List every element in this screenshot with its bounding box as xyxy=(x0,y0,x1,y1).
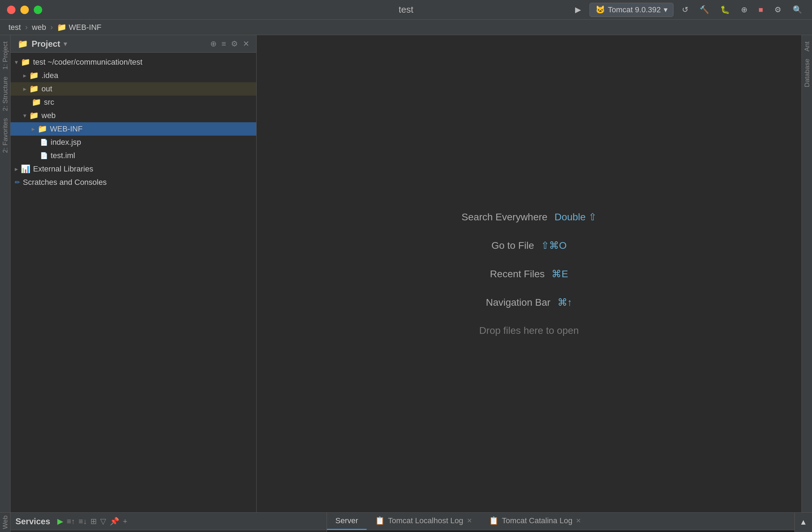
editor-area: Search Everywhere Double ⇧ Go to File ⇧⌘… xyxy=(257,35,801,512)
titlebar: test ▶ 🐱 Tomcat 9.0.392 ▾ ↺ 🔨 🐛 ⊕ ■ ⚙ 🔍 xyxy=(0,0,812,20)
services-title: Services xyxy=(15,517,50,526)
folder-icon: 📁 xyxy=(18,39,28,49)
tree-item-label: index.jsp xyxy=(51,138,81,147)
tomcat-icon: 🐱 xyxy=(595,5,605,14)
chevron-icon: ▸ xyxy=(23,72,26,79)
lib-icon: 📊 xyxy=(21,164,30,174)
shortcut-key: Double ⇧ xyxy=(554,211,597,223)
project-panel: 📁 Project ▾ ⊕ ≡ ⚙ ✕ ▾ 📁 test ~/coder/com… xyxy=(11,35,257,512)
stab-catalina-label: Tomcat Catalina Log xyxy=(502,516,573,525)
services-content: Server 📋 Tomcat Localhost Log ✕ 📋 Tomcat… xyxy=(327,513,794,532)
services-panel: Web Services ▶ ≡↑ ≡↓ ⊞ ▽ 📌 + ▾ 🐱 Tomcat … xyxy=(0,512,812,532)
reload-button[interactable]: ↺ xyxy=(679,4,691,16)
tree-item-test[interactable]: ▾ 📁 test ~/coder/communication/test xyxy=(11,56,256,69)
jsp-icon: 📄 xyxy=(40,138,48,146)
maximize-button[interactable] xyxy=(34,6,42,14)
close-button[interactable] xyxy=(7,6,15,14)
services-filter-button[interactable]: ▽ xyxy=(100,517,106,526)
stop-button[interactable]: ■ xyxy=(756,4,766,16)
folder-icon-blue: 📁 xyxy=(38,124,47,134)
shortcut-key: ⌘E xyxy=(552,268,568,280)
build-button[interactable]: 🔨 xyxy=(697,4,712,16)
settings-button[interactable]: ⚙ xyxy=(772,4,784,16)
services-vtab[interactable]: Web xyxy=(0,513,11,532)
file-tree: ▾ 📁 test ~/coder/communication/test ▸ 📁 … xyxy=(11,53,256,512)
panel-header-actions: ⊕ ≡ ⚙ ✕ xyxy=(210,39,249,48)
services-run-button[interactable]: ▶ xyxy=(57,517,63,526)
chevron-icon: ▸ xyxy=(32,125,35,133)
services-expand-all[interactable]: ≡↓ xyxy=(79,517,87,526)
run-config-label: Tomcat 9.0.392 xyxy=(608,5,660,14)
right-sidebar: Ant Database xyxy=(801,35,812,512)
tree-item-testiml[interactable]: 📄 test.iml xyxy=(11,149,256,162)
shortcut-key: ⌘↑ xyxy=(558,297,572,308)
tree-item-label: test ~/coder/communication/test xyxy=(33,58,142,67)
shortcut-navbar: Navigation Bar ⌘↑ xyxy=(486,297,572,308)
shortcut-label: Navigation Bar xyxy=(486,297,550,308)
scroll-up-button[interactable]: ▲ xyxy=(798,516,809,528)
search-button[interactable]: 🔍 xyxy=(790,4,805,16)
tree-item-label: WEB-INF xyxy=(50,124,83,134)
stab-localhost-label: Tomcat Localhost Log xyxy=(388,516,463,525)
shortcut-goto-file: Go to File ⇧⌘O xyxy=(491,240,567,251)
folder-icon: 📁 xyxy=(29,71,39,80)
tree-item-idea[interactable]: ▸ 📁 .idea xyxy=(11,69,256,82)
tree-item-label: web xyxy=(41,111,56,120)
add-button[interactable]: ⊕ xyxy=(210,39,217,48)
drop-files-text: Drop files here to open xyxy=(479,325,579,336)
chevron-down-icon: ▾ xyxy=(64,40,67,48)
breadcrumb-web[interactable]: web xyxy=(32,23,46,32)
folder-icon: 📁 xyxy=(21,58,30,67)
breadcrumb-test[interactable]: test xyxy=(8,23,21,32)
services-group-button[interactable]: ⊞ xyxy=(90,517,97,526)
tree-item-webinf[interactable]: ▸ 📁 WEB-INF xyxy=(11,122,256,136)
collapse-button[interactable]: ≡ xyxy=(221,39,226,48)
folder-icon: 📁 xyxy=(57,23,66,32)
titlebar-actions: ▶ 🐱 Tomcat 9.0.392 ▾ ↺ 🔨 🐛 ⊕ ■ ⚙ 🔍 xyxy=(572,3,805,17)
folder-icon: 📁 xyxy=(29,111,39,120)
sidebar-tab-favorites[interactable]: 2: Favorites xyxy=(0,115,11,156)
stab-localhost-log[interactable]: 📋 Tomcat Localhost Log ✕ xyxy=(367,513,481,530)
tree-item-out[interactable]: ▸ 📁 out xyxy=(11,82,256,96)
sidebar-tab-structure[interactable]: 2: Structure xyxy=(0,74,11,114)
breadcrumb-webinf[interactable]: 📁 WEB-INF xyxy=(57,23,101,32)
services-right-toolbar: ▲ ▼ ↵ 🗑 xyxy=(794,513,812,532)
tree-item-web[interactable]: ▾ 📁 web xyxy=(11,109,256,122)
sidebar-tab-database[interactable]: Database xyxy=(802,56,812,90)
coverage-button[interactable]: ⊕ xyxy=(738,4,750,16)
breadcrumb: test › web › 📁 WEB-INF xyxy=(0,20,812,35)
services-toolbar: Services ▶ ≡↑ ≡↓ ⊞ ▽ 📌 + xyxy=(11,513,327,530)
services-tree-content: ▾ 🐱 Tomcat Server ▾ ▶ Running ▾ 🐱 Tomcat… xyxy=(11,530,327,532)
tree-item-indexjsp[interactable]: 📄 index.jsp xyxy=(11,136,256,149)
log-icon: 📋 xyxy=(489,516,498,525)
run-config-selector[interactable]: 🐱 Tomcat 9.0.392 ▾ xyxy=(589,3,673,17)
sidebar-tab-project[interactable]: 1: Project xyxy=(0,39,11,72)
tree-item-label: .idea xyxy=(41,71,58,80)
close-tab-icon[interactable]: ✕ xyxy=(576,517,581,525)
close-tab-icon[interactable]: ✕ xyxy=(467,517,472,525)
shortcut-label: Go to File xyxy=(491,240,534,251)
chevron-icon: ▸ xyxy=(15,165,18,173)
stab-server[interactable]: Server xyxy=(327,513,367,530)
sidebar-tab-ant[interactable]: Ant xyxy=(802,39,812,54)
services-add-button[interactable]: + xyxy=(123,517,127,526)
run-button[interactable]: ▶ xyxy=(572,4,584,16)
settings-icon[interactable]: ⚙ xyxy=(231,39,238,48)
left-sidebar-tabs: 1: Project 2: Structure 2: Favorites xyxy=(0,35,11,512)
tree-item-scratches[interactable]: ✏ Scratches and Consoles xyxy=(11,176,256,189)
services-pin-button[interactable]: 📌 xyxy=(110,517,119,526)
stab-server-label: Server xyxy=(335,516,358,525)
close-panel-button[interactable]: ✕ xyxy=(243,39,249,48)
scratch-icon: ✏ xyxy=(15,179,20,186)
window-title: test xyxy=(399,4,413,15)
folder-icon: 📁 xyxy=(32,98,41,107)
minimize-button[interactable] xyxy=(20,6,29,14)
project-panel-title: 📁 Project ▾ xyxy=(18,39,205,49)
main-layout: 1: Project 2: Structure 2: Favorites 📁 P… xyxy=(0,35,812,512)
debug-button[interactable]: 🐛 xyxy=(717,4,733,16)
services-collapse-all[interactable]: ≡↑ xyxy=(67,517,75,526)
tree-item-ext-libs[interactable]: ▸ 📊 External Libraries xyxy=(11,162,256,176)
stab-catalina-log[interactable]: 📋 Tomcat Catalina Log ✕ xyxy=(481,513,590,530)
tree-item-src[interactable]: 📁 src xyxy=(11,96,256,109)
project-panel-header: 📁 Project ▾ ⊕ ≡ ⚙ ✕ xyxy=(11,35,256,53)
